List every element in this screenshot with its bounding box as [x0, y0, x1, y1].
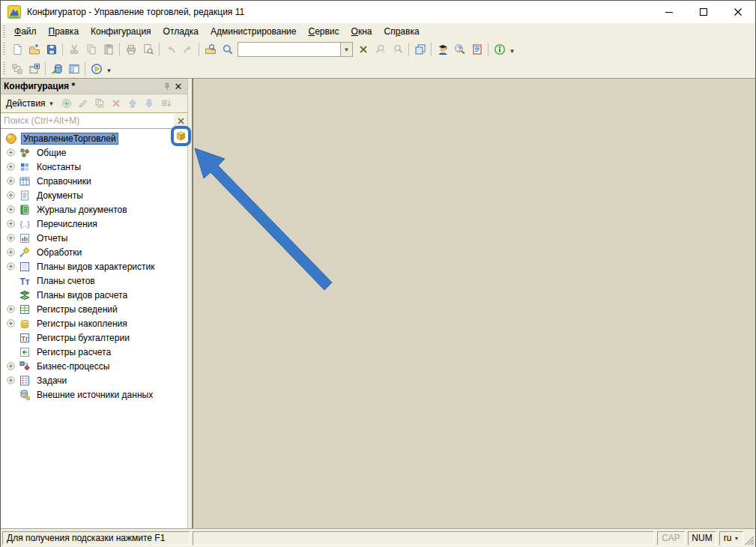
- copy-button: [82, 41, 100, 58]
- tree-item-external-data-sources[interactable]: Внешние источники данных: [1, 387, 187, 402]
- menu-item-edit[interactable]: Правка: [43, 25, 85, 38]
- new-document-button[interactable]: [8, 41, 25, 58]
- windows-list-button[interactable]: [411, 41, 429, 58]
- catalogs-icon: [19, 175, 31, 187]
- annotation-highlight-box: [171, 126, 191, 146]
- tree-item-reports[interactable]: Отчеты: [1, 231, 187, 245]
- configuration-toolbar-items: ▼: [8, 61, 113, 77]
- global-search-button[interactable]: [202, 41, 219, 58]
- panel-close-icon[interactable]: ✕: [172, 80, 184, 92]
- tree-item-document-journals[interactable]: Журналы документов: [1, 202, 187, 217]
- tree-item-business-processes[interactable]: Бизнес-процессы: [1, 359, 187, 373]
- configuration-toolbar-drag-handle[interactable]: [3, 62, 5, 76]
- tree-item-charts-of-calculation-types[interactable]: Планы видов расчета: [1, 288, 187, 302]
- combobox-dropdown-icon[interactable]: ▼: [340, 42, 353, 57]
- redo-icon: [182, 43, 194, 55]
- open-icon: [28, 43, 40, 55]
- templates-button[interactable]: [468, 41, 486, 58]
- standard-toolbar-drag-handle[interactable]: [3, 43, 5, 56]
- redo-button: [179, 41, 196, 58]
- tree-item-label: Перечисления: [35, 218, 99, 230]
- expand-icon[interactable]: [7, 163, 15, 171]
- find-next-icon: [375, 43, 387, 55]
- main-area: Конфигурация * ✕ Действия ▼: [1, 78, 755, 528]
- syntax-helper-button[interactable]: [434, 41, 451, 58]
- about-menu-caret-icon[interactable]: ▼: [508, 41, 516, 58]
- panel-action-bar: Действия ▼: [1, 94, 187, 112]
- tree-item-label: Обработки: [35, 247, 83, 259]
- language-code: ru: [724, 533, 732, 543]
- tree-item-common[interactable]: Общие: [1, 145, 187, 160]
- pin-icon[interactable]: [162, 81, 172, 91]
- expand-icon[interactable]: [7, 177, 15, 185]
- windows-list-icon: [414, 43, 426, 55]
- tree-item-tasks[interactable]: Задачи: [1, 373, 187, 387]
- menu-drag-handle[interactable]: [3, 25, 5, 37]
- menu-item-debug[interactable]: Отладка: [157, 25, 205, 38]
- actions-menu-button[interactable]: Действия ▼: [4, 97, 57, 110]
- common-icon: [19, 147, 31, 159]
- expand-icon[interactable]: [7, 376, 15, 384]
- tree-item-information-registers[interactable]: Регистры сведений: [1, 302, 187, 316]
- debug-menu-caret-icon[interactable]: ▼: [105, 61, 113, 77]
- expand-icon[interactable]: [7, 234, 15, 242]
- tree-item-enumerations[interactable]: {..}Перечисления: [1, 217, 187, 231]
- language-indicator[interactable]: ru ▼: [719, 531, 743, 546]
- expand-icon[interactable]: [7, 319, 15, 327]
- expand-icon[interactable]: [7, 248, 15, 256]
- menu-item-windows[interactable]: Окна: [345, 25, 378, 38]
- tree-item-documents[interactable]: Документы: [1, 188, 187, 202]
- business-processes-icon: [19, 360, 31, 372]
- open-button[interactable]: [25, 41, 43, 58]
- menu-item-help[interactable]: Справка: [378, 25, 425, 38]
- configuration-window-button[interactable]: [65, 61, 82, 77]
- about-button[interactable]: [491, 41, 508, 58]
- expand-icon[interactable]: [7, 148, 15, 157]
- tree-item-charts-of-accounts[interactable]: ТтПланы счетов: [1, 274, 187, 288]
- expand-icon[interactable]: [7, 205, 15, 214]
- tree-item-accounting-registers[interactable]: ТгРегистры бухгалтерии: [1, 330, 187, 345]
- menu-bar: ФайлПравкаКонфигурацияОтладкаАдминистрир…: [1, 23, 755, 40]
- quick-search-combobox-input[interactable]: [238, 42, 340, 57]
- toolbar-separator: [199, 43, 199, 56]
- tree-search-input[interactable]: [1, 115, 174, 127]
- tree-item-constants[interactable]: Константы: [1, 160, 187, 174]
- find-next-button: [372, 41, 389, 58]
- update-database-configuration-button[interactable]: [48, 61, 65, 77]
- add-button: [58, 96, 75, 111]
- clear-search-button[interactable]: [354, 41, 372, 58]
- syntax-search-button[interactable]: ?: [451, 41, 468, 58]
- print-preview-button[interactable]: [139, 41, 157, 58]
- menu-item-configuration[interactable]: Конфигурация: [85, 25, 157, 38]
- toolbar-separator: [85, 62, 85, 76]
- start-debugging-button[interactable]: [88, 61, 105, 77]
- close-button[interactable]: [721, 1, 755, 23]
- clone-button: [91, 96, 108, 111]
- tree-item-catalogs[interactable]: Справочники: [1, 174, 187, 188]
- undo-icon: [165, 43, 177, 55]
- print-preview-icon: [142, 43, 154, 55]
- expand-icon[interactable]: [7, 305, 15, 313]
- expand-icon[interactable]: [7, 191, 15, 199]
- expand-icon[interactable]: [7, 362, 15, 370]
- tree-item-charts-of-characteristic-types[interactable]: Планы видов характеристик: [1, 259, 187, 274]
- tree-item-accumulation-registers[interactable]: Регистры накопления: [1, 316, 187, 330]
- menu-item-service[interactable]: Сервис: [302, 25, 345, 38]
- expand-icon[interactable]: [7, 220, 15, 228]
- information-registers-icon: [19, 303, 31, 315]
- tree-item-data-processors[interactable]: Обработки: [1, 245, 187, 259]
- maximize-button[interactable]: [686, 1, 721, 23]
- save-button[interactable]: [43, 41, 60, 58]
- menu-item-file[interactable]: Файл: [8, 25, 43, 38]
- compare-configurations-button: [8, 61, 25, 77]
- resize-grip[interactable]: [743, 531, 755, 546]
- minimize-button[interactable]: [652, 1, 686, 23]
- print-button[interactable]: [122, 41, 139, 58]
- calculation-registers-icon: [19, 346, 31, 358]
- expand-icon[interactable]: [7, 262, 15, 271]
- tree-item-root[interactable]: УправлениеТорговлей: [1, 131, 187, 145]
- search-button[interactable]: [219, 41, 236, 58]
- close-configuration-button[interactable]: [25, 61, 43, 77]
- menu-item-administration[interactable]: Администрирование: [205, 25, 302, 38]
- tree-item-calculation-registers[interactable]: Регистры расчета: [1, 345, 187, 359]
